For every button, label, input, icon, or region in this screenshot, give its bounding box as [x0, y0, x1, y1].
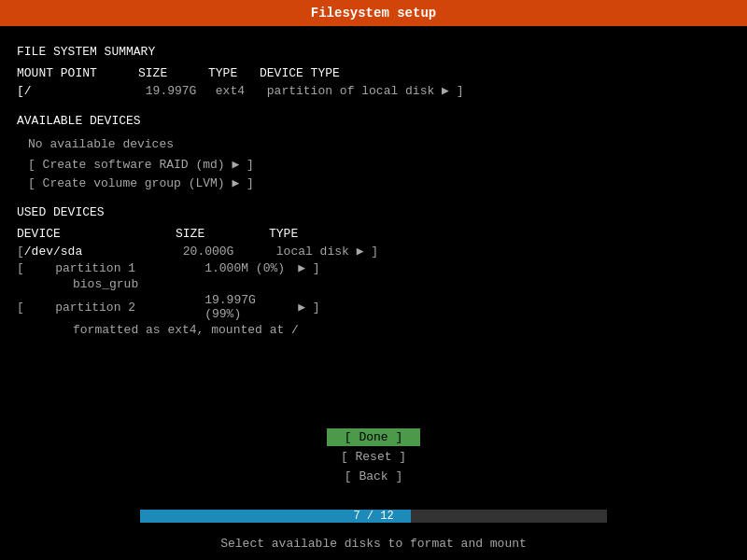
status-message: Select available disks to format and mou…	[220, 537, 527, 551]
dev-part2-name: partition 2	[46, 301, 204, 315]
used-devices-header: USED DEVICES	[17, 205, 730, 219]
dev-row-sda[interactable]: [ /dev/sda 20.000G local disk ▶ ]	[17, 243, 730, 259]
col-header-type: TYPE	[208, 66, 260, 80]
fs-size: 19.997G	[146, 84, 216, 98]
progress-area: 7 / 12	[0, 510, 747, 523]
buttons-area: [ Done ] [ Reset ] [ Back ]	[0, 428, 747, 485]
status-bar: Select available disks to format and mou…	[0, 537, 747, 551]
fs-bracket-open: [	[17, 84, 24, 98]
dev-col-header-size: SIZE	[176, 227, 269, 241]
dev-row-part1[interactable]: [ partition 1 1.000M (0%) ▶ ]	[17, 259, 730, 276]
progress-bar-container: 7 / 12	[140, 510, 607, 523]
create-raid-action[interactable]: [ Create software RAID (md) ▶ ]	[17, 155, 730, 174]
fs-row-root[interactable]: [ / 19.997G ext4 partition of local disk…	[17, 82, 730, 99]
dev-part1-arrow: ▶ ]	[298, 260, 730, 275]
done-button[interactable]: [ Done ]	[327, 428, 420, 446]
title-bar: Filesystem setup	[0, 0, 747, 26]
no-devices-text: No available devices	[17, 133, 730, 155]
dev-sda-name: /dev/sda	[24, 245, 183, 259]
dev-bios-grub-name: bios_grub	[73, 277, 138, 291]
dev-part2-size: 19.997G (99%)	[204, 293, 298, 321]
main-content: FILE SYSTEM SUMMARY MOUNT POINT SIZE TYP…	[0, 26, 747, 347]
dev-part1-size: 1.000M (0%)	[204, 261, 298, 275]
fs-type: ext4	[216, 84, 267, 98]
col-header-devtype: DEVICE TYPE	[260, 66, 730, 80]
dev-row-bios-grub: bios_grub	[17, 276, 730, 292]
fs-mountpoint: /	[24, 84, 146, 98]
title-text: Filesystem setup	[311, 6, 436, 21]
dev-row-formatted-note: formatted as ext4, mounted at /	[17, 322, 730, 338]
fs-devtype: partition of local disk ▶ ]	[267, 83, 730, 98]
reset-button[interactable]: [ Reset ]	[327, 448, 420, 466]
back-button[interactable]: [ Back ]	[327, 468, 420, 485]
dev-part1-name: partition 1	[46, 261, 204, 275]
dev-bracket: [	[17, 261, 46, 275]
col-header-size: SIZE	[138, 66, 208, 80]
create-lvm-action[interactable]: [ Create volume group (LVM) ▶ ]	[17, 174, 730, 192]
dev-sda-type: local disk ▶ ]	[276, 244, 730, 259]
dev-row-part2[interactable]: [ partition 2 19.997G (99%) ▶ ]	[17, 292, 730, 322]
dev-sda-size: 20.000G	[183, 245, 276, 259]
dev-bracket: [	[17, 301, 46, 315]
dev-col-header-type: TYPE	[269, 227, 730, 241]
fs-summary-header: FILE SYSTEM SUMMARY	[17, 45, 730, 59]
dev-formatted-note-text: formatted as ext4, mounted at /	[73, 323, 299, 337]
dev-part2-arrow: ▶ ]	[298, 300, 730, 315]
dev-col-header-device: DEVICE	[17, 227, 176, 241]
col-header-mountpoint: MOUNT POINT	[17, 66, 138, 80]
dev-table-header: DEVICE SIZE TYPE	[17, 225, 730, 243]
fs-table-header: MOUNT POINT SIZE TYPE DEVICE TYPE	[17, 64, 730, 82]
available-devices-header: AVAILABLE DEVICES	[17, 114, 730, 128]
dev-bracket: [	[17, 245, 24, 259]
progress-text: 7 / 12	[140, 510, 607, 523]
